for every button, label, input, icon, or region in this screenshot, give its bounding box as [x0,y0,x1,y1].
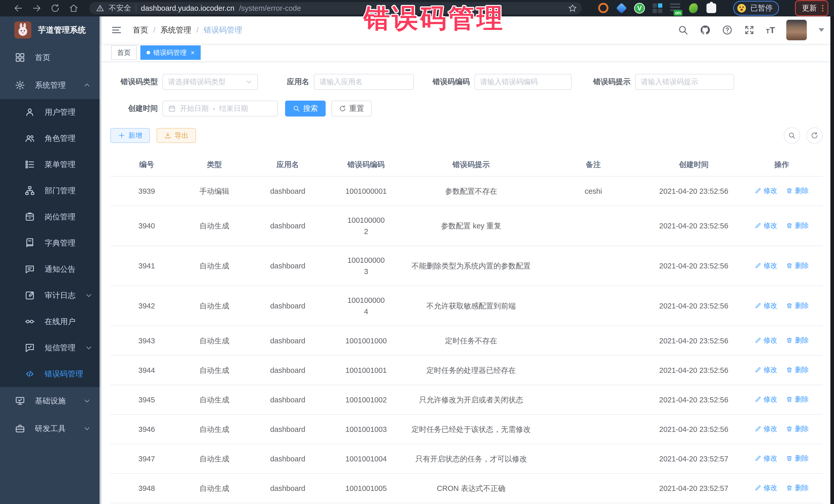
delete-link[interactable]: 删除 [786,364,809,375]
extension-gem-icon[interactable] [616,3,627,14]
update-badge[interactable]: 更新 [795,0,828,16]
fullscreen-icon[interactable] [744,25,755,36]
cell-type: 自动生成 [183,385,246,414]
home-icon[interactable] [69,3,79,13]
sidebar-item-users[interactable]: 用户管理 [0,99,101,125]
caret-down-icon[interactable] [819,28,824,32]
error-type-select[interactable]: 请选择错误码类型 [162,74,258,90]
trash-icon [786,396,793,403]
tab-error-code[interactable]: 错误码管理 × [140,45,201,60]
sidebar-item-audit-log[interactable]: 审计日志 [0,282,101,308]
delete-link[interactable]: 删除 [786,335,809,346]
tab-label: 错误码管理 [153,48,186,57]
header-actions: TT [678,20,824,40]
cell-ops: 修改 删除 [741,206,823,246]
cell-app: dashboard [246,474,330,503]
cell-type: 手动编辑 [183,176,246,206]
search-icon[interactable] [678,25,688,36]
delete-link[interactable]: 删除 [786,453,809,464]
search-button[interactable]: 搜索 [285,101,326,116]
edit-link[interactable]: 修改 [755,482,777,494]
cell-app: dashboard [246,206,330,246]
avatar[interactable] [786,20,807,40]
download-icon [164,132,171,139]
extension-v-icon[interactable]: V [634,3,645,14]
window-scrollbar[interactable] [830,17,834,504]
extension-puzzle-icon[interactable] [706,3,717,14]
sidebar-item-departments[interactable]: 部门管理 [0,178,101,204]
error-code-input[interactable] [475,74,571,90]
sidebar-item-home[interactable]: 首页 [0,44,101,71]
sidebar-item-positions[interactable]: 岗位管理 [0,204,101,230]
edit-link[interactable]: 修改 [755,220,777,231]
help-icon[interactable] [722,25,733,36]
sidebar-item-error-code[interactable]: 错误码管理 [0,361,101,387]
sidebar-item-label: 在线用户 [45,316,75,327]
show-search-button[interactable] [784,127,800,144]
sidebar-item-online-users[interactable]: 在线用户 [0,308,101,335]
edit-link[interactable]: 修改 [755,453,777,464]
chevron-down-icon [85,344,92,351]
code-icon [25,369,35,379]
cell-code: 1001001001 [330,355,402,385]
delete-link[interactable]: 删除 [786,423,809,435]
address-bar[interactable]: 不安全 dashboard.yudao.iocoder.cn/system/er… [89,2,582,14]
hamburger-icon[interactable] [111,25,122,36]
edit-link[interactable]: 修改 [755,300,777,311]
cell-code: 1001001003 [330,414,402,444]
forward-icon[interactable] [32,3,42,13]
col-app: 应用名 [246,154,330,176]
breadcrumb-home[interactable]: 首页 [133,25,148,36]
start-date-placeholder: 开始日期 [180,104,208,113]
close-icon[interactable]: × [191,49,195,57]
back-icon[interactable] [13,3,23,13]
breadcrumb-system[interactable]: 系统管理 [160,25,191,36]
edit-link[interactable]: 修改 [755,423,777,435]
delete-link[interactable]: 删除 [786,300,809,311]
cell-ops: 修改 删除 [741,286,823,326]
refresh-table-button[interactable] [806,127,823,144]
table-row: 3943 自动生成 dashboard 1001001000 定时任务不存在 2… [110,326,823,355]
date-range-picker[interactable]: 开始日期 - 结束日期 [162,101,278,116]
add-button[interactable]: 新增 [110,128,150,143]
delete-link[interactable]: 删除 [786,260,809,271]
sidebar-item-dictionary[interactable]: 字典管理 [0,230,101,256]
delete-link[interactable]: 删除 [786,220,809,231]
error-hint-input[interactable] [635,74,734,90]
edit-link[interactable]: 修改 [755,185,777,196]
sidebar-item-dev-tools[interactable]: 研发工具 [0,415,101,442]
reset-button[interactable]: 重置 [331,101,372,116]
sidebar-item-roles[interactable]: 角色管理 [0,125,101,151]
sidebar-item-infrastructure[interactable]: 基础设施 [0,387,101,415]
dashboard-icon [15,52,25,63]
sidebar-item-sms[interactable]: 短信管理 [0,335,101,361]
reload-icon[interactable] [50,3,60,13]
sidebar-item-menus[interactable]: 菜单管理 [0,151,101,178]
bookmark-star-icon[interactable] [568,4,577,13]
extension-ring-icon[interactable] [598,3,609,14]
edit-link[interactable]: 修改 [755,394,777,405]
github-icon[interactable] [700,25,710,36]
delete-link[interactable]: 删除 [786,185,809,196]
edit-link[interactable]: 修改 [755,335,777,346]
paused-badge[interactable]: 已暂停 [733,1,779,16]
search-button-label: 搜索 [303,104,318,114]
app-logo-row[interactable]: 芋道管理系统 [0,17,101,44]
delete-link[interactable]: 删除 [786,394,809,405]
export-button[interactable]: 导出 [156,128,196,143]
security-label: 不安全 [109,3,131,13]
edit-link[interactable]: 修改 [755,364,777,375]
sidebar-item-system[interactable]: 系统管理 [0,71,101,99]
edit-link[interactable]: 修改 [755,260,777,271]
tab-home[interactable]: 首页 [111,45,137,60]
extension-grid-icon[interactable] [652,3,663,14]
font-size-icon[interactable]: TT [766,26,775,35]
app-name-input[interactable] [314,74,414,90]
extension-sprout-icon[interactable] [688,3,699,14]
sidebar-item-announcements[interactable]: 通知公告 [0,256,101,282]
browser-menu-icon[interactable] [821,3,824,13]
extension-on-icon[interactable]: on [670,3,681,14]
address-divider [136,5,136,12]
range-separator: - [213,105,215,113]
delete-link[interactable]: 删除 [786,482,809,494]
